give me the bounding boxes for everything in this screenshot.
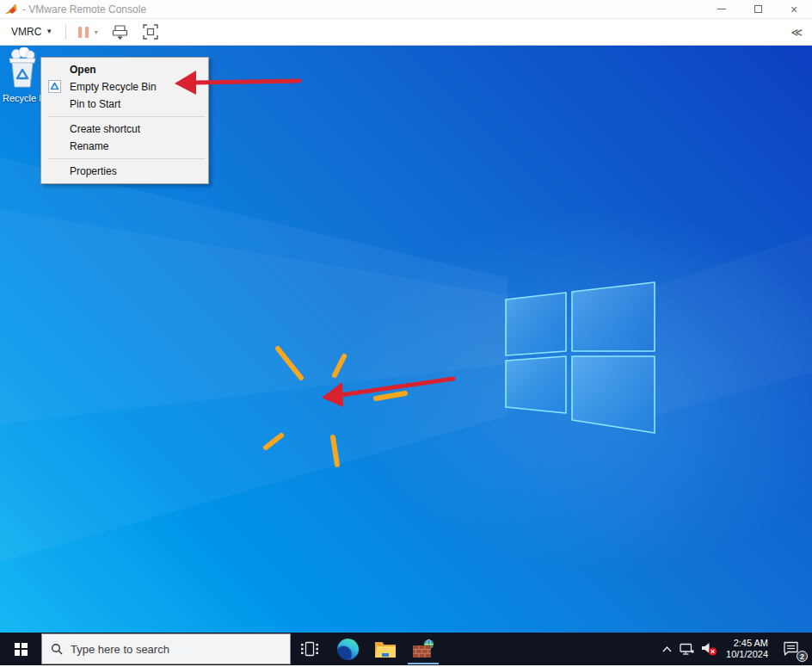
windows-start-icon <box>15 643 28 656</box>
vmrc-toolbar: VMRC ▼ ▼ ≪ <box>0 19 812 46</box>
chevron-down-icon: ▼ <box>93 29 99 35</box>
recycle-bin-icon <box>4 47 40 89</box>
task-view-button[interactable] <box>291 633 329 665</box>
menu-item-empty-recycle-bin[interactable]: Empty Recycle Bin <box>41 78 208 96</box>
taskbar-clock[interactable]: 2:45 AM 10/1/2024 <box>721 638 774 660</box>
vmrc-app-icon <box>5 3 17 15</box>
active-app-indicator <box>408 663 439 665</box>
task-view-icon <box>300 641 319 657</box>
menu-item-open[interactable]: Open <box>41 61 208 78</box>
search-icon <box>51 643 63 655</box>
show-hidden-icons-button[interactable] <box>657 633 676 665</box>
notification-count-badge: 2 <box>797 651 808 662</box>
minimize-icon <box>717 9 726 9</box>
taskbar-firewall-app-button[interactable] <box>404 633 442 665</box>
pause-icon <box>78 27 89 38</box>
windows-logo <box>501 275 656 439</box>
network-icon <box>680 643 694 656</box>
menu-item-properties[interactable]: Properties <box>41 163 208 180</box>
clock-date: 10/1/2024 <box>726 649 768 660</box>
file-explorer-icon <box>374 640 397 658</box>
network-status-button[interactable] <box>676 633 698 665</box>
vmware-remote-console-window: - VMware Remote Console × VMRC ▼ ▼ <box>0 0 812 667</box>
edge-icon <box>337 639 359 660</box>
fullscreen-icon <box>143 24 158 40</box>
taskbar-edge-button[interactable] <box>329 633 366 665</box>
chevron-down-icon: ▼ <box>46 28 52 35</box>
recycle-bin-label: Recycle Bin <box>2 93 40 103</box>
title-bar: - VMware Remote Console × <box>0 0 812 19</box>
clock-time: 2:45 AM <box>726 638 768 649</box>
window-title: - VMware Remote Console <box>22 3 704 15</box>
close-button[interactable]: × <box>776 0 812 18</box>
suspend-vm-button[interactable]: ▼ <box>75 24 102 40</box>
action-center-button[interactable]: 2 <box>774 633 809 665</box>
maximize-icon <box>754 5 762 13</box>
ctrl-alt-del-icon <box>112 25 129 40</box>
fullscreen-button[interactable] <box>138 22 163 42</box>
search-input[interactable] <box>71 643 260 656</box>
collapse-toolbar-button[interactable]: ≪ <box>786 23 805 41</box>
volume-button[interactable] <box>698 633 721 665</box>
minimize-button[interactable] <box>704 0 740 18</box>
system-tray: 2:45 AM 10/1/2024 2 <box>657 633 812 665</box>
toolbar-divider <box>65 24 66 40</box>
double-chevron-left-icon: ≪ <box>790 26 801 39</box>
windows-taskbar: 2:45 AM 10/1/2024 2 <box>0 633 812 665</box>
recycle-bin-context-menu: Open Empty Recycle Bin Pin to Start Crea… <box>40 57 209 184</box>
close-icon: × <box>790 3 797 15</box>
send-ctrl-alt-del-button[interactable] <box>108 22 133 42</box>
recycle-bin-desktop-icon[interactable]: Recycle Bin <box>2 47 43 103</box>
menu-item-rename[interactable]: Rename <box>41 138 208 155</box>
menu-separator <box>48 116 205 117</box>
firewall-brick-globe-icon <box>412 639 435 659</box>
maximize-button[interactable] <box>740 0 776 18</box>
vmrc-menu-label: VMRC <box>11 26 41 38</box>
taskbar-file-explorer-button[interactable] <box>366 633 404 665</box>
menu-item-create-shortcut[interactable]: Create shortcut <box>41 120 208 138</box>
start-button[interactable] <box>0 633 41 665</box>
remote-desktop-viewport[interactable]: Recycle Bin Open Empty Recycle Bin Pin t… <box>0 46 812 665</box>
chevron-up-icon <box>662 646 672 652</box>
menu-item-pin-to-start[interactable]: Pin to Start <box>41 96 208 113</box>
taskbar-search-box[interactable] <box>41 633 291 664</box>
menu-separator <box>48 158 205 159</box>
empty-recycle-bin-icon <box>48 80 61 93</box>
volume-muted-icon <box>701 642 718 657</box>
vmrc-menu-button[interactable]: VMRC ▼ <box>7 23 57 40</box>
